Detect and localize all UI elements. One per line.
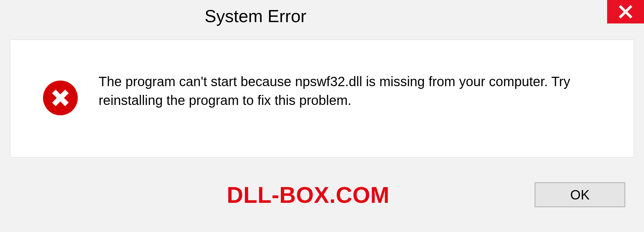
error-icon [42, 80, 78, 116]
content-pane: The program can't start because npswf32.… [10, 40, 634, 158]
dialog-title: System Error [205, 6, 306, 26]
error-message: The program can't start because npswf32.… [99, 72, 634, 110]
close-icon [618, 4, 633, 19]
ok-button[interactable]: OK [535, 182, 625, 207]
watermark-text: DLL-BOX.COM [227, 182, 389, 208]
close-button[interactable] [607, 0, 644, 23]
footer: DLL-BOX.COM OK [0, 158, 644, 231]
titlebar: System Error [0, 0, 644, 34]
